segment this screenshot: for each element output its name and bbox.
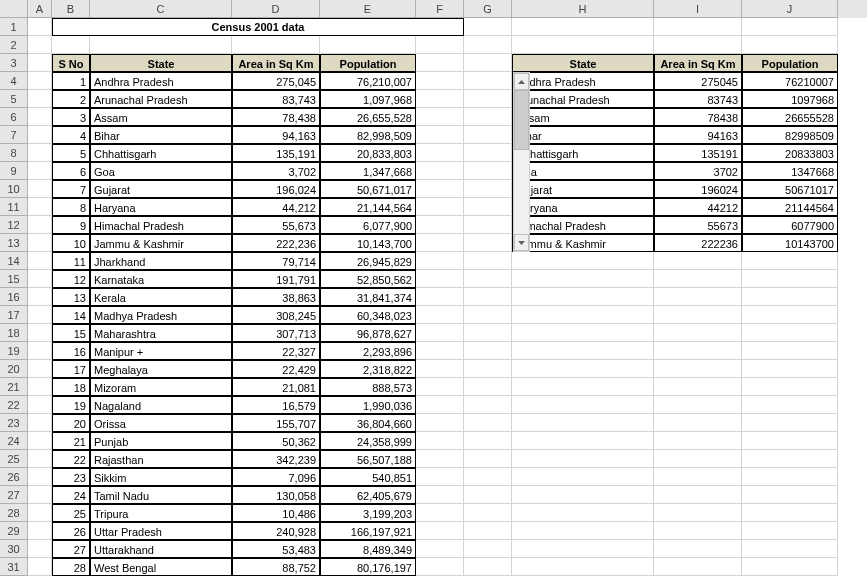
cell[interactable]	[742, 360, 838, 378]
cell-sno[interactable]: 8	[52, 198, 90, 216]
cell[interactable]	[416, 486, 464, 504]
cell-state-r[interactable]: Haryana	[512, 198, 654, 216]
cell[interactable]	[464, 36, 512, 54]
cell-state-r[interactable]: Goa	[512, 162, 654, 180]
cell[interactable]	[512, 522, 654, 540]
cell-state[interactable]: Tamil Nadu	[90, 486, 232, 504]
cell-state[interactable]: Himachal Pradesh	[90, 216, 232, 234]
cell-sno[interactable]: 12	[52, 270, 90, 288]
cell[interactable]	[28, 540, 52, 558]
cell[interactable]	[512, 432, 654, 450]
cell[interactable]	[742, 252, 838, 270]
col-header[interactable]: F	[416, 0, 464, 18]
cell[interactable]	[28, 90, 52, 108]
cell[interactable]	[416, 144, 464, 162]
cell[interactable]	[28, 108, 52, 126]
cell[interactable]	[28, 216, 52, 234]
cell[interactable]	[416, 306, 464, 324]
cell-sno[interactable]: 23	[52, 468, 90, 486]
cell[interactable]	[28, 198, 52, 216]
cell-state[interactable]: Mizoram	[90, 378, 232, 396]
cell-state[interactable]: Uttarakhand	[90, 540, 232, 558]
row-header[interactable]: 15	[0, 270, 28, 288]
row-header[interactable]: 4	[0, 72, 28, 90]
cell-area[interactable]: 94,163	[232, 126, 320, 144]
row-header[interactable]: 29	[0, 522, 28, 540]
row-header[interactable]: 17	[0, 306, 28, 324]
row-header[interactable]: 9	[0, 162, 28, 180]
cell[interactable]	[512, 414, 654, 432]
cell[interactable]	[742, 288, 838, 306]
cell-state[interactable]: Assam	[90, 108, 232, 126]
cell-population[interactable]: 166,197,921	[320, 522, 416, 540]
cell-sno[interactable]: 11	[52, 252, 90, 270]
cell[interactable]	[464, 72, 512, 90]
cell[interactable]	[464, 216, 512, 234]
cell[interactable]	[28, 396, 52, 414]
cell[interactable]	[416, 252, 464, 270]
cell-sno[interactable]: 7	[52, 180, 90, 198]
cell-population-r[interactable]: 76210007	[742, 72, 838, 90]
cell-population[interactable]: 36,804,660	[320, 414, 416, 432]
cell-sno[interactable]: 9	[52, 216, 90, 234]
cell-population[interactable]: 52,850,562	[320, 270, 416, 288]
cell[interactable]	[416, 432, 464, 450]
row-header[interactable]: 27	[0, 486, 28, 504]
cell[interactable]	[28, 234, 52, 252]
cell-population-r[interactable]: 10143700	[742, 234, 838, 252]
cell[interactable]	[52, 36, 90, 54]
cell[interactable]	[416, 234, 464, 252]
cell-area[interactable]: 130,058	[232, 486, 320, 504]
cell-state[interactable]: Tripura	[90, 504, 232, 522]
cell-population[interactable]: 26,945,829	[320, 252, 416, 270]
cell[interactable]	[464, 270, 512, 288]
col-header[interactable]: E	[320, 0, 416, 18]
cell[interactable]	[464, 540, 512, 558]
header-sno[interactable]: S No	[52, 54, 90, 72]
row-header[interactable]: 28	[0, 504, 28, 522]
cell[interactable]	[416, 414, 464, 432]
cell[interactable]	[416, 54, 464, 72]
cell[interactable]	[464, 198, 512, 216]
cell[interactable]	[416, 288, 464, 306]
cell[interactable]	[320, 36, 416, 54]
cell-area[interactable]: 275,045	[232, 72, 320, 90]
cell[interactable]	[654, 450, 742, 468]
row-header[interactable]: 25	[0, 450, 28, 468]
cell[interactable]	[464, 306, 512, 324]
cell[interactable]	[464, 288, 512, 306]
cell[interactable]	[28, 486, 52, 504]
cell-state[interactable]: Meghalaya	[90, 360, 232, 378]
cell-population-r[interactable]: 82998509	[742, 126, 838, 144]
cell-population-r[interactable]: 20833803	[742, 144, 838, 162]
cell[interactable]	[416, 396, 464, 414]
cell-population[interactable]: 888,573	[320, 378, 416, 396]
cell[interactable]	[464, 486, 512, 504]
cell[interactable]	[742, 486, 838, 504]
cell-sno[interactable]: 28	[52, 558, 90, 576]
row-header[interactable]: 19	[0, 342, 28, 360]
cell[interactable]	[654, 36, 742, 54]
cell[interactable]	[512, 540, 654, 558]
cell[interactable]	[416, 270, 464, 288]
cell[interactable]	[28, 360, 52, 378]
cell-population-r[interactable]: 21144564	[742, 198, 838, 216]
cell-state[interactable]: Goa	[90, 162, 232, 180]
scroll-thumb[interactable]	[514, 90, 529, 150]
cell-state[interactable]: Andhra Pradesh	[90, 72, 232, 90]
cell[interactable]	[416, 558, 464, 576]
cell[interactable]	[742, 450, 838, 468]
col-header[interactable]: I	[654, 0, 742, 18]
cell[interactable]	[654, 378, 742, 396]
cell-population[interactable]: 2,293,896	[320, 342, 416, 360]
cell[interactable]	[742, 378, 838, 396]
cell[interactable]	[742, 270, 838, 288]
cell-state[interactable]: Jharkhand	[90, 252, 232, 270]
cell[interactable]	[464, 468, 512, 486]
cell-state[interactable]: Arunachal Pradesh	[90, 90, 232, 108]
cell-state-r[interactable]: Bihar	[512, 126, 654, 144]
cell[interactable]	[464, 414, 512, 432]
cell[interactable]	[742, 306, 838, 324]
cell[interactable]	[28, 504, 52, 522]
cell-population[interactable]: 24,358,999	[320, 432, 416, 450]
